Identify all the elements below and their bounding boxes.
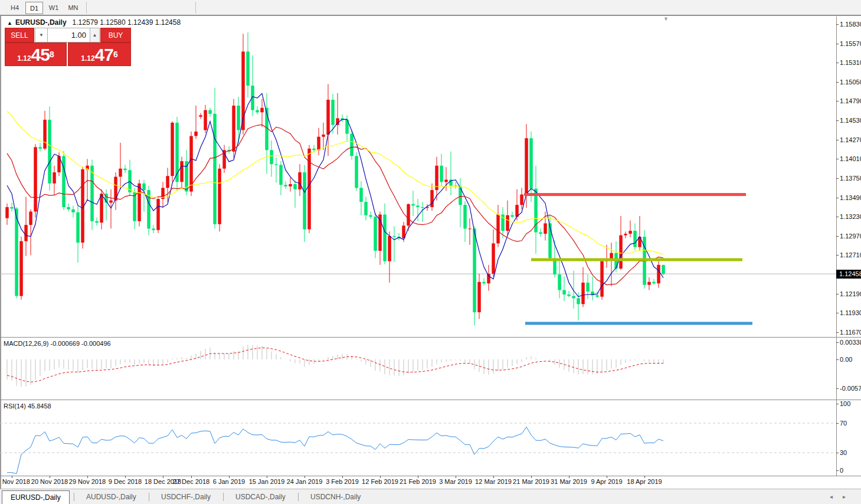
macd-histogram-bar [234,351,234,359]
candle-body [199,115,202,117]
rsi-tick-mark [836,470,839,471]
rsi-tick-label: 0 [840,467,861,474]
price-tick-mark [836,313,839,313]
resistance-line [524,193,746,196]
collapse-triangle-icon[interactable]: ▲ [7,20,12,26]
candle-body [303,172,306,230]
candle-body [572,296,575,299]
macd-histogram-bar [484,359,484,374]
macd-histogram-bar [489,359,489,375]
macd-histogram-bar [116,359,116,366]
tab-chart-usdcad-daily[interactable]: USDCAD-,Daily [227,490,294,504]
candle-body [24,225,28,241]
macd-histogram-bar [456,359,456,360]
macd-histogram-bar [446,359,447,361]
chart-shift-marker-icon[interactable]: ▼ [663,16,669,22]
tab-separator [149,493,149,501]
tab-chart-usdcnh-daily[interactable]: USDCNH-,Daily [302,490,369,504]
candle-body [90,166,94,221]
candle-body [392,236,396,237]
macd-histogram-bar [578,359,579,375]
ask-price-panel[interactable]: 1.12476 [68,42,131,66]
candle-body [444,180,448,182]
macd-histogram-bar [135,359,135,364]
volume-increase-button[interactable]: ▲ [90,28,100,42]
candle-body [581,283,585,304]
macd-histogram-bar [290,359,291,362]
toolbar-separator [86,2,87,14]
macd-histogram-bar [498,359,499,371]
price-tick-label: 1.15830 [840,21,861,28]
macd-histogram-bar [437,359,437,364]
candle-body [133,192,136,221]
price-tick-mark [836,255,839,256]
macd-histogram-bar [12,359,12,381]
macd-histogram-bar [35,359,36,380]
price-tick-label: 1.13490 [840,194,861,201]
rsi-tick-mark [836,453,839,453]
bid-price-panel[interactable]: 1.12458 [5,42,67,66]
volume-decrease-button[interactable]: ▼ [35,28,48,42]
candle-body [246,51,250,86]
candle-body [647,282,651,285]
timeframe-button-w1[interactable]: W1 [45,2,63,14]
macd-histogram-bar [130,359,130,363]
candle-body [657,265,660,283]
tab-chart-eurusd-daily[interactable]: EURUSD-,Daily [2,490,70,504]
tab-chart-audusd-daily[interactable]: AUDUSD-,Daily [78,490,145,504]
bid-prefix: 1.12 [17,54,31,63]
candle-body [274,164,278,165]
sell-button[interactable]: SELL [5,28,34,42]
macd-histogram-bar [238,351,239,359]
candle-body [440,166,443,182]
candle-body [53,172,56,184]
candle-body [67,207,70,210]
macd-histogram-bar [97,359,97,370]
macd-histogram-bar [531,356,532,359]
macd-histogram-bar [243,346,244,359]
macd-histogram-bar [526,357,527,359]
candle-body [496,215,500,244]
macd-histogram-bar [224,354,225,359]
macd-histogram-bar [659,359,659,363]
timeframe-button-d1[interactable]: D1 [25,2,43,14]
ma-slow [7,112,663,254]
macd-tick-label: 0.00 [840,356,861,363]
macd-histogram-bar [394,359,395,376]
price-tick-label: 1.14530 [840,117,861,124]
volume-input[interactable] [48,28,90,42]
macd-histogram-bar [262,346,263,359]
price-tick-mark [836,140,839,140]
one-click-trade-panel: SELL ▼ ▲ BUY 1.12458 1.12476 [5,28,131,42]
timeframe-button-h4[interactable]: H4 [6,2,24,14]
timeframe-button-mn[interactable]: MN [64,2,82,14]
macd-histogram-bar [493,359,494,374]
buy-button[interactable]: BUY [100,28,131,42]
candle-body [355,156,358,188]
candle-body [628,231,632,234]
candle-body [463,205,467,228]
tab-scroll-right-icon[interactable]: ▸ [843,493,846,500]
macd-histogram-bar [583,359,584,374]
candle-body [166,176,169,188]
rsi-panel-canvas[interactable] [0,400,836,475]
tab-scroll-left-icon[interactable]: ◂ [830,493,833,500]
price-tick-mark [836,178,839,179]
macd-histogram-bar [404,359,404,375]
macd-tick-label: -0.00574 [840,385,861,392]
tab-chart-usdchf-daily[interactable]: USDCHF-,Daily [153,490,219,504]
macd-histogram-bar [460,359,461,361]
macd-histogram-bar [177,358,178,359]
candle-body [260,108,264,113]
macd-panel-canvas[interactable] [0,338,836,399]
candle-body [544,224,547,234]
price-tick-mark [836,332,839,333]
candle-body [633,231,637,247]
candle-body [326,100,330,135]
macd-histogram-bar [83,359,83,370]
candle-body [298,172,302,189]
price-tick-label: 1.12970 [840,233,861,240]
macd-histogram-bar [182,357,182,359]
macd-histogram-bar [423,359,423,369]
candle-body [520,195,523,205]
